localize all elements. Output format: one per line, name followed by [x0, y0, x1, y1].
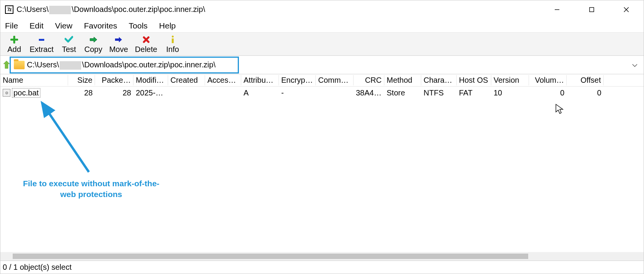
file-name: poc.bat [12, 88, 40, 98]
redacted-username [60, 61, 81, 70]
column-comment[interactable]: Comm… [316, 75, 354, 85]
file-crc: 38A42… [354, 88, 384, 98]
file-list[interactable]: ⚙ poc.bat 28 28 2025-… A - 38A42… Store … [0, 87, 644, 252]
annotation-arrow [35, 99, 97, 176]
statusbar: 0 / 1 object(s) select [0, 261, 644, 274]
column-encrypted[interactable]: Encryp… [279, 75, 316, 85]
column-created[interactable]: Created [168, 75, 205, 85]
svg-point-5 [172, 36, 174, 38]
column-crc[interactable]: CRC [354, 75, 384, 85]
column-version[interactable]: Version [491, 75, 529, 85]
annotation-text: File to execute without mark-of-the-web … [22, 178, 160, 200]
titlebar: 7z C:\Users\\Downloads\poc.outer.zip\poc… [0, 0, 644, 19]
arrow-right-solid-icon [114, 35, 123, 44]
column-packed[interactable]: Packe… [95, 75, 133, 85]
batch-file-icon: ⚙ [3, 89, 10, 97]
info-button[interactable]: Info [164, 35, 181, 54]
column-accessed[interactable]: Access… [205, 75, 241, 85]
column-attributes[interactable]: Attribu… [241, 75, 279, 85]
column-volume[interactable]: Volum… [529, 75, 567, 85]
file-volume: 0 [529, 88, 567, 98]
address-path-text: C:\Users\\Downloads\poc.outer.zip\poc.in… [27, 60, 215, 70]
file-size: 28 [68, 88, 95, 98]
menu-file[interactable]: File [5, 21, 18, 30]
svg-rect-1 [590, 8, 594, 12]
file-comment [316, 92, 354, 94]
scrollbar-thumb[interactable] [13, 254, 528, 259]
minus-icon [37, 35, 46, 44]
horizontal-scrollbar[interactable] [0, 252, 644, 261]
file-version: 10 [491, 88, 529, 98]
address-dropdown-icon[interactable] [632, 60, 641, 69]
check-icon [64, 35, 73, 44]
folder-icon [14, 61, 25, 69]
column-characteristics[interactable]: Charac… [421, 75, 457, 85]
move-button[interactable]: Move [109, 35, 128, 54]
extract-button[interactable]: Extract [30, 35, 53, 54]
file-characteristics: NTFS [421, 88, 457, 98]
column-host-os[interactable]: Host OS [457, 75, 491, 85]
main-window: 7z C:\Users\\Downloads\poc.outer.zip\poc… [0, 0, 644, 274]
file-row[interactable]: ⚙ poc.bat 28 28 2025-… A - 38A42… Store … [0, 87, 644, 99]
copy-button[interactable]: Copy [84, 35, 102, 54]
svg-rect-4 [39, 39, 44, 41]
info-icon [168, 35, 177, 44]
menubar: File Edit View Favorites Tools Help [0, 19, 644, 33]
x-icon [142, 35, 151, 44]
menu-help[interactable]: Help [159, 21, 176, 30]
menu-view[interactable]: View [55, 21, 72, 30]
file-created [168, 92, 205, 94]
file-encrypted: - [279, 88, 316, 98]
file-host-os: FAT [457, 88, 491, 98]
plus-icon [10, 35, 19, 44]
file-modified: 2025-… [133, 88, 168, 98]
app-icon: 7z [5, 5, 13, 14]
minimize-button[interactable] [540, 0, 574, 19]
delete-button[interactable]: Delete [135, 35, 157, 54]
mouse-cursor-icon [555, 104, 564, 115]
add-button[interactable]: Add [6, 35, 23, 54]
toolbar: Add Extract Test Copy Move [0, 33, 644, 56]
column-size[interactable]: Size [68, 75, 95, 85]
window-title: C:\Users\\Downloads\poc.outer.zip\poc.in… [17, 5, 540, 14]
arrow-right-outline-icon [89, 35, 98, 44]
test-button[interactable]: Test [60, 35, 77, 54]
file-accessed [205, 92, 241, 94]
addressbar: C:\Users\\Downloads\poc.outer.zip\poc.in… [0, 56, 644, 74]
svg-rect-6 [172, 38, 174, 43]
menu-tools[interactable]: Tools [129, 21, 148, 30]
file-attributes: A [241, 88, 279, 98]
menu-edit[interactable]: Edit [30, 21, 43, 30]
window-controls [540, 0, 644, 19]
menu-favorites[interactable]: Favorites [84, 21, 117, 30]
column-offset[interactable]: Offset [567, 75, 604, 85]
column-name[interactable]: Name [0, 75, 68, 85]
redacted-username [49, 6, 71, 14]
status-text: 0 / 1 object(s) select [3, 263, 72, 272]
column-method[interactable]: Method [384, 75, 421, 85]
file-method: Store [384, 88, 421, 98]
column-modified[interactable]: Modifi… [133, 75, 168, 85]
address-path-box[interactable]: C:\Users\\Downloads\poc.outer.zip\poc.in… [10, 57, 239, 74]
maximize-button[interactable] [574, 0, 609, 19]
file-packed: 28 [95, 88, 133, 98]
svg-line-8 [42, 103, 89, 172]
close-button[interactable] [609, 0, 644, 19]
column-headers: Name Size Packe… Modifi… Created Access…… [0, 74, 644, 87]
file-offset: 0 [567, 88, 604, 98]
